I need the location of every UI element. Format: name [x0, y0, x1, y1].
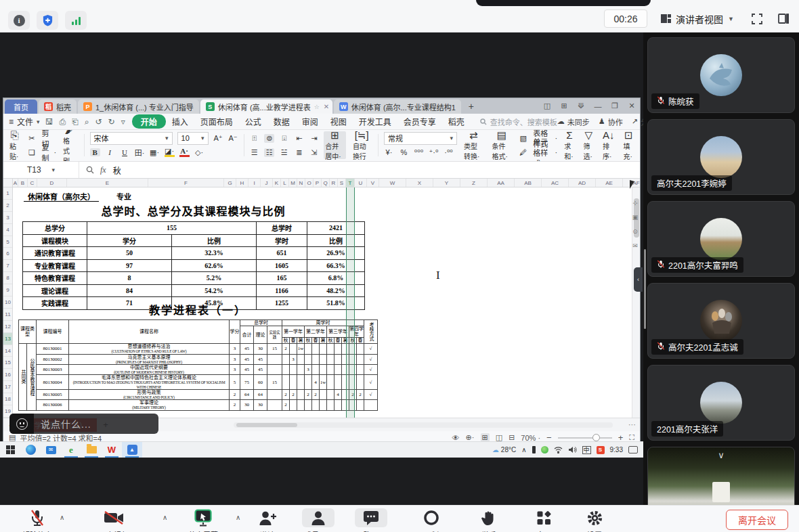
row-header-15[interactable]: 15 — [3, 357, 12, 369]
toolbar-chat-button[interactable]: 聊天 — [347, 508, 395, 532]
justify-icon[interactable]: ≣ — [294, 148, 304, 157]
taskbar-wps[interactable]: W — [102, 442, 122, 458]
sogou-icon[interactable]: S — [597, 446, 605, 454]
row-header-9[interactable]: 9 — [3, 284, 12, 296]
column-header-AA[interactable]: AA — [488, 179, 515, 187]
chat-placeholder[interactable]: 说点什么... — [34, 417, 91, 430]
column-headers[interactable]: ABCDEFGHIJKLMNOPQRSTUVWXYZAAABACADAEAF — [3, 179, 640, 187]
column-header-U[interactable]: U — [355, 179, 367, 187]
meeting-info-button[interactable]: i — [8, 11, 30, 30]
column-header-Y[interactable]: Y — [433, 179, 460, 187]
zoom-slider[interactable] — [558, 437, 612, 439]
toolbar-mic-caret[interactable]: ∧ — [60, 514, 64, 521]
menu-tab-7[interactable]: 会员专享 — [397, 115, 442, 128]
task-pane-handle[interactable]: ‹ — [634, 267, 643, 292]
save-icon[interactable]: 🖫 — [45, 117, 53, 127]
menu-tab-4[interactable]: 审阅 — [296, 115, 324, 128]
redo-icon[interactable]: ↻ — [108, 117, 115, 127]
participant-tile[interactable]: 陈皖获 — [647, 37, 795, 113]
tab-list-icon[interactable]: ⊞ — [559, 102, 569, 110]
row-header-13[interactable]: 13 — [3, 333, 12, 345]
cell-shading-button[interactable]: ▦· — [150, 148, 160, 157]
cell-style-icon[interactable]: 🖉 — [518, 148, 528, 156]
column-header-X[interactable]: X — [406, 179, 433, 187]
row-header-8[interactable]: 8 — [3, 272, 12, 284]
row-headers[interactable]: 12345678910111213141516171819 — [3, 187, 13, 418]
column-header-A[interactable]: A — [13, 179, 18, 187]
sidebar-scrollbar[interactable] — [644, 249, 646, 329]
chat-input-overlay[interactable]: 说点什么... — [9, 414, 158, 434]
tray-clock[interactable]: 9:33 — [610, 446, 623, 453]
horizontal-scrollbar[interactable] — [234, 422, 613, 428]
row-header-2[interactable]: 2 — [3, 200, 12, 212]
align-center-icon[interactable]: ☷ — [264, 148, 274, 157]
borders-button[interactable]: 田· — [135, 147, 145, 158]
sheet-grid[interactable]: 12345678910111213141516171819 休闲体育（高尔夫）专… — [3, 187, 640, 418]
toolbar-members-button[interactable]: 成员(40) — [295, 508, 342, 532]
hidden-icons-chevron[interactable]: ∧ — [521, 446, 526, 453]
menu-tab-6[interactable]: 开发工具 — [353, 115, 397, 128]
table-style-icon[interactable]: ▧ — [518, 134, 528, 143]
wrap-text-button[interactable]: [≒]自动换行 — [351, 131, 372, 159]
sync-status[interactable]: ☁未同步 — [557, 116, 590, 127]
comma-style-icon[interactable]: ⁰⁰⁰ — [414, 148, 424, 157]
start-button[interactable] — [0, 442, 20, 458]
formula-value[interactable]: 秋 — [113, 164, 121, 176]
participant-tile[interactable]: ∨ — [647, 447, 795, 505]
meeting-security-button[interactable] — [37, 11, 58, 30]
column-header-K[interactable]: K — [273, 179, 281, 187]
align-right-icon[interactable]: ☱ — [279, 148, 289, 157]
align-top-icon[interactable]: ⍐ — [249, 134, 259, 143]
leave-meeting-button[interactable]: 离开会议 — [726, 510, 788, 530]
underline-button[interactable]: U — [120, 148, 130, 156]
column-header-J[interactable]: J — [261, 179, 273, 187]
column-header-O[interactable]: O — [305, 179, 314, 187]
toolbar-invite-button[interactable]: 邀请 — [244, 508, 291, 532]
column-header-AD[interactable]: AD — [569, 179, 596, 187]
percent-icon[interactable]: % — [399, 148, 409, 156]
row-header-7[interactable]: 7 — [3, 260, 12, 272]
font-size-select[interactable]: 10▾ — [177, 132, 209, 145]
italic-button[interactable]: I — [105, 148, 115, 156]
network-quality-button[interactable] — [65, 11, 87, 30]
side-panel-toggle-button[interactable] — [774, 9, 792, 28]
conditional-format-button[interactable]: ▤条件格式· — [490, 131, 514, 159]
column-header-V[interactable]: V — [367, 179, 379, 187]
column-header-B[interactable]: B — [18, 179, 28, 187]
maximize-button[interactable]: ❐ — [610, 102, 620, 110]
column-header-P[interactable]: P — [314, 179, 322, 187]
zoom-knob[interactable] — [592, 434, 600, 441]
taskbar-mail[interactable]: ✉ — [41, 442, 61, 458]
align-middle-icon[interactable]: ⊜ — [264, 134, 274, 143]
row-header-4[interactable]: 4 — [3, 224, 12, 236]
merge-center-button[interactable]: ⊞合并居中· — [324, 131, 346, 159]
highlight-color-button[interactable]: ◪· — [165, 148, 175, 157]
close-tab-icon[interactable]: ✕ — [324, 103, 329, 110]
chevron-down-icon[interactable]: ∨ — [718, 450, 725, 460]
font-color-button[interactable]: A· — [179, 148, 190, 157]
participant-tile[interactable]: 2201高尔夫张洋 — [647, 365, 795, 441]
taskbar-explorer[interactable] — [81, 442, 102, 458]
column-header-T[interactable]: T — [346, 179, 355, 187]
more-icon[interactable]: ▿ — [121, 117, 125, 127]
new-tab-button[interactable]: + — [462, 101, 480, 112]
zoom-formula-icon[interactable] — [86, 166, 94, 174]
minimize-button[interactable]: — — [593, 102, 603, 110]
show-desktop-icon[interactable] — [628, 446, 638, 453]
undo-icon[interactable]: ↺ — [95, 117, 102, 127]
close-window-button[interactable]: ✕ — [627, 102, 636, 110]
wps-tab-sheet[interactable]: S休闲体育 (高...业教学进程表☆✕ — [200, 99, 332, 114]
column-header-AC[interactable]: AC — [542, 179, 569, 187]
favorite-icon[interactable]: ☆ — [314, 104, 320, 110]
column-header-H[interactable]: H — [236, 179, 249, 187]
selection-icon[interactable]: ⊹ — [632, 200, 638, 206]
print-icon[interactable]: ⎗ — [72, 117, 79, 127]
volume-icon[interactable] — [568, 446, 577, 453]
zoom-level[interactable]: 70% · — [521, 434, 540, 442]
menu-tab-8[interactable]: 稻壳 — [442, 115, 471, 128]
view-mode-dropdown[interactable]: 演讲者视图 ▼ — [655, 9, 739, 28]
weather-tray[interactable]: ☁28°C — [492, 446, 516, 453]
menu-tab-0[interactable]: 插入 — [166, 115, 194, 128]
increase-decimal-icon[interactable]: ⁺·⁰ — [429, 148, 439, 157]
battery-icon[interactable] — [532, 446, 536, 453]
